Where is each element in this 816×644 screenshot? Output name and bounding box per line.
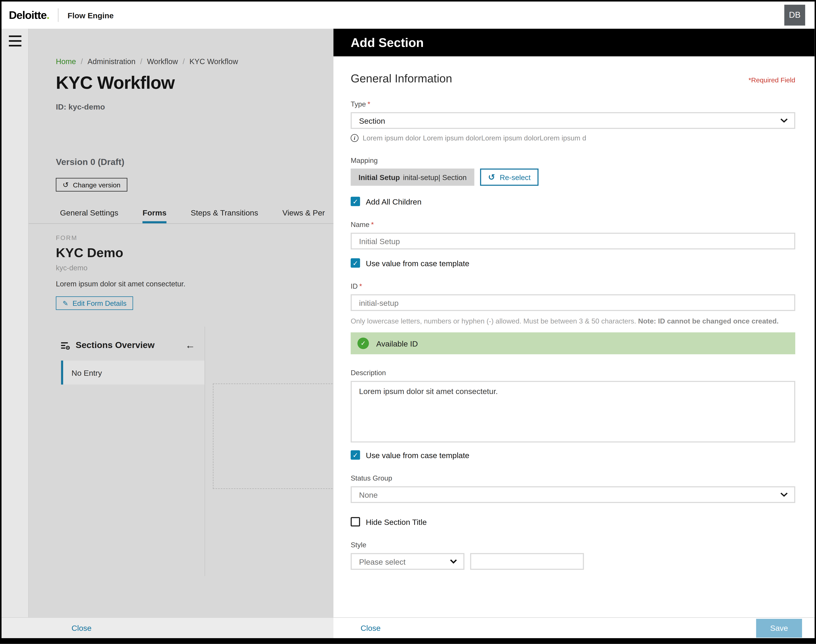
checkbox-checked-icon[interactable]: ✓	[351, 197, 360, 206]
description-use-template-checkbox[interactable]: ✓ Use value from case template	[351, 450, 795, 460]
user-avatar[interactable]: DB	[784, 5, 805, 26]
edit-icon: ✎	[63, 299, 68, 307]
breadcrumb-administration[interactable]: Administration	[87, 57, 135, 66]
panel-header: Add Section	[333, 29, 814, 57]
tab-views-permissions[interactable]: Views & Per	[282, 204, 325, 223]
panel-body: General Information *Required Field Type…	[333, 57, 814, 617]
brand-dot: .	[47, 9, 49, 21]
sections-divider	[204, 327, 205, 576]
app-window: Deloitte. Flow Engine DB Home/Administra…	[0, 0, 816, 644]
breadcrumb-home[interactable]: Home	[56, 57, 76, 66]
add-all-children-checkbox[interactable]: ✓ Add All Children	[351, 197, 795, 206]
breadcrumb-separator: /	[140, 57, 142, 66]
panel-close-link[interactable]: Close	[360, 624, 380, 632]
breadcrumb-current: KYC Workflow	[189, 57, 238, 66]
app-title: Flow Engine	[67, 11, 114, 20]
page-title: KYC Workflow	[29, 72, 333, 93]
history-icon: ↺	[63, 181, 69, 189]
form-id: kyc-demo	[29, 264, 333, 272]
breadcrumb-separator: /	[183, 57, 185, 66]
tab-general-settings[interactable]: General Settings	[60, 204, 118, 223]
panel-footer: Close Save	[333, 617, 814, 638]
chevron-down-icon	[780, 492, 788, 497]
success-check-icon: ✓	[357, 338, 369, 349]
tab-forms[interactable]: Forms	[143, 204, 167, 223]
available-id-text: Available ID	[376, 339, 418, 348]
add-section-panel: Add Section General Information *Require…	[333, 29, 814, 617]
sections-overview-panel: Sections Overview ← No Entry	[29, 340, 333, 586]
style-select[interactable]: Please select	[351, 553, 465, 570]
workflow-page: Home/Administration/Workflow/KYC Workflo…	[29, 29, 333, 617]
save-button[interactable]: Save	[756, 618, 802, 637]
form-name: KYC Demo	[29, 245, 333, 260]
edit-form-details-button[interactable]: ✎ Edit Form Details	[56, 296, 133, 310]
form-description: Lorem ipsum dolor sit amet consectetur.	[29, 280, 333, 288]
required-asterisk: *	[367, 100, 370, 108]
mapping-label: Mapping	[351, 156, 795, 164]
mapping-chip: Initial Setupinital-setup| Section	[351, 169, 474, 186]
section-list-item[interactable]: No Entry	[61, 360, 204, 385]
workflow-footer: Close	[2, 617, 333, 638]
chevron-down-icon	[780, 118, 788, 123]
form-eyebrow: FORM	[29, 235, 333, 242]
panel-title: Add Section	[351, 35, 424, 50]
id-label: ID*	[351, 282, 795, 290]
undo-icon: ↺	[488, 172, 495, 182]
style-label: Style	[351, 541, 795, 549]
reselect-button[interactable]: ↺ Re-select	[480, 169, 538, 186]
id-input[interactable]	[351, 294, 795, 311]
bottom-bar: Close Close Save	[2, 617, 814, 638]
style-value-input[interactable]	[470, 553, 584, 570]
status-group-select[interactable]: None	[351, 486, 795, 503]
breadcrumb-separator: /	[81, 57, 83, 66]
required-field-note: *Required Field	[749, 76, 795, 84]
workflow-id: ID: kyc-demo	[29, 102, 333, 111]
required-asterisk: *	[359, 282, 362, 290]
chevron-down-icon	[450, 559, 457, 564]
hide-section-title-checkbox[interactable]: Hide Section Title	[351, 517, 795, 526]
name-input[interactable]	[351, 233, 795, 250]
topbar-divider	[58, 8, 59, 22]
sections-overview-title: Sections Overview	[75, 340, 155, 351]
left-nav-strip	[2, 29, 29, 617]
checkbox-checked-icon[interactable]: ✓	[351, 450, 360, 460]
general-information-heading: General Information	[351, 72, 452, 86]
top-bar: Deloitte. Flow Engine DB	[2, 2, 814, 29]
sections-list-icon	[61, 342, 70, 349]
status-group-label: Status Group	[351, 474, 795, 482]
name-use-template-checkbox[interactable]: ✓ Use value from case template	[351, 258, 795, 268]
required-asterisk: *	[371, 221, 374, 228]
section-dropzone[interactable]	[213, 383, 333, 489]
available-id-banner: ✓ Available ID	[351, 333, 795, 354]
collapse-arrow-icon[interactable]: ←	[186, 340, 195, 351]
breadcrumb-workflow[interactable]: Workflow	[147, 57, 178, 66]
workflow-close-link[interactable]: Close	[72, 624, 91, 632]
version-label: Version 0 (Draft)	[29, 157, 333, 167]
menu-icon[interactable]	[9, 35, 21, 46]
id-help-text: Only lowercase letters, numbers or hyphe…	[351, 317, 795, 325]
tab-steps-transitions[interactable]: Steps & Transitions	[191, 204, 258, 223]
checkbox-checked-icon[interactable]: ✓	[351, 258, 360, 268]
info-icon: i	[351, 134, 359, 142]
deloitte-logo: Deloitte.	[9, 9, 49, 21]
checkbox-unchecked-icon[interactable]	[351, 517, 360, 526]
description-textarea[interactable]: Lorem ipsum dolor sit amet consectetur.	[351, 381, 795, 443]
breadcrumb: Home/Administration/Workflow/KYC Workflo…	[29, 57, 333, 66]
type-select[interactable]: Section	[351, 112, 795, 129]
change-version-button[interactable]: ↺ Change version	[56, 178, 127, 192]
workflow-tabs: General Settings Forms Steps & Transitio…	[29, 204, 333, 224]
name-label: Name*	[351, 221, 795, 228]
description-label: Description	[351, 369, 795, 377]
type-label: Type*	[351, 100, 795, 108]
type-info-text: Lorem ipsum dolor Lorem ipsum dolorLorem…	[363, 134, 586, 142]
